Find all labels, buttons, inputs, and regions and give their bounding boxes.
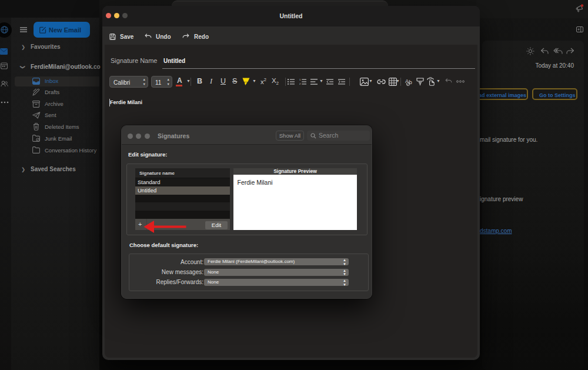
svg-text:1: 1 xyxy=(299,78,301,81)
svg-text:2: 2 xyxy=(299,82,301,85)
